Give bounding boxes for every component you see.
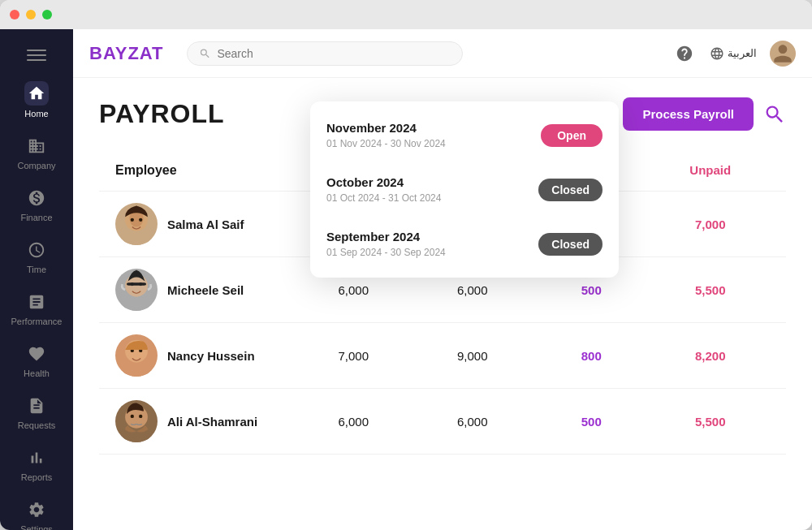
building-icon — [28, 137, 45, 155]
health-icon — [28, 345, 45, 363]
language-selector[interactable]: العربية — [710, 46, 757, 61]
app-header: BAYZAT — [73, 29, 812, 78]
reports-icon — [28, 449, 45, 467]
employee-avatar — [115, 334, 158, 377]
september-dates: 01 Sep 2024 - 30 Sep 2024 — [326, 247, 446, 258]
clock-icon — [28, 241, 45, 259]
performance-icon — [28, 293, 45, 311]
col-unpaid: Unpaid — [651, 163, 771, 178]
cell-highlight: 800 — [532, 349, 651, 363]
cell-highlight: 500 — [532, 415, 651, 429]
help-icon[interactable] — [672, 41, 697, 66]
app-logo: BAYZAT — [89, 43, 164, 64]
employee-cell: Salma Al Saif — [115, 203, 294, 245]
sidebar-item-settings-label: Settings — [20, 524, 53, 530]
home-icon — [28, 84, 45, 102]
sidebar-item-performance-label: Performance — [11, 317, 63, 326]
sidebar-item-home[interactable]: Home — [0, 75, 73, 125]
avatar-svg — [115, 400, 158, 442]
page-search-icon — [763, 103, 786, 126]
svg-point-16 — [131, 415, 134, 418]
employee-cell: Ali Al-Shamrani — [115, 400, 294, 442]
cell-val: 6,000 — [413, 415, 533, 429]
process-payroll-button[interactable]: Process Payroll — [623, 97, 754, 131]
sidebar-item-company[interactable]: Company — [0, 128, 73, 177]
app-window: Home Company Finance — [0, 0, 812, 530]
main-content: BAYZAT — [73, 29, 812, 530]
lang-label: العربية — [728, 47, 757, 59]
maximize-dot[interactable] — [42, 10, 52, 19]
question-icon — [676, 45, 693, 62]
svg-point-14 — [121, 429, 152, 442]
finance-icon-wrap — [25, 187, 48, 209]
sidebar-item-company-label: Company — [17, 161, 55, 170]
table-row[interactable]: Nancy Hussein 7,000 9,000 800 8,200 — [99, 323, 786, 389]
header-right: العربية — [672, 41, 796, 67]
close-dot[interactable] — [10, 10, 19, 19]
sidebar-item-health-label: Health — [24, 368, 50, 378]
payroll-table: November 2024 01 Nov 2024 - 30 Nov 2024 … — [99, 150, 786, 455]
requests-icon-wrap — [25, 394, 48, 417]
cell-val: 9,000 — [413, 349, 533, 363]
settings-icon-wrap — [25, 498, 48, 521]
sidebar-item-time-label: Time — [27, 265, 46, 274]
dropdown-item-november[interactable]: November 2024 01 Nov 2024 - 30 Nov 2024 … — [310, 108, 619, 162]
search-bar[interactable] — [187, 41, 463, 66]
sidebar-item-time[interactable]: Time — [0, 232, 73, 281]
svg-point-10 — [121, 364, 152, 377]
october-dates: 01 Oct 2024 - 31 Oct 2024 — [326, 192, 441, 204]
svg-point-17 — [139, 415, 142, 418]
page-search-button[interactable] — [763, 103, 786, 126]
cell-val: 6,000 — [294, 415, 413, 429]
cell-val: 6,000 — [413, 283, 533, 297]
employee-avatar — [115, 203, 158, 245]
page-title: PAYROLL — [99, 99, 225, 129]
time-icon-wrap — [25, 239, 48, 261]
avatar-svg — [115, 203, 158, 245]
company-icon-wrap — [25, 135, 48, 157]
employee-avatar — [115, 269, 158, 311]
minimize-dot[interactable] — [26, 10, 36, 19]
menu-toggle[interactable] — [0, 39, 73, 71]
sidebar-item-home-label: Home — [24, 109, 48, 118]
cell-unpaid: 5,500 — [651, 415, 771, 429]
cell-val: 7,000 — [294, 349, 413, 363]
avatar-svg — [115, 334, 158, 377]
sidebar-item-finance[interactable]: Finance — [0, 180, 73, 229]
cell-unpaid: 8,200 — [651, 349, 771, 363]
col-employee: Employee — [115, 163, 294, 178]
sidebar-item-reports[interactable]: Reports — [0, 440, 73, 489]
table-row[interactable]: Ali Al-Shamrani 6,000 6,000 500 5,500 — [99, 389, 786, 455]
page-content: PAYROLL Process Payroll — [73, 78, 812, 530]
employee-name: Micheele Seil — [167, 283, 244, 297]
november-period: November 2024 — [326, 121, 446, 135]
september-closed-badge: Closed — [538, 233, 603, 256]
user-avatar[interactable] — [770, 41, 796, 67]
sidebar-item-performance[interactable]: Performance — [0, 284, 73, 333]
svg-point-5 — [121, 295, 152, 311]
sidebar-item-finance-label: Finance — [20, 213, 52, 222]
cell-highlight: 500 — [532, 283, 651, 297]
employee-name: Salma Al Saif — [167, 218, 244, 231]
svg-rect-9 — [127, 282, 146, 285]
sidebar-item-settings[interactable]: Settings — [0, 492, 73, 530]
november-dates: 01 Nov 2024 - 30 Nov 2024 — [326, 138, 446, 149]
sidebar-item-reports-label: Reports — [21, 472, 53, 482]
avatar-icon — [770, 41, 796, 67]
finance-icon — [28, 189, 45, 207]
app-body: Home Company Finance — [0, 29, 812, 530]
employee-cell: Nancy Hussein — [115, 334, 294, 377]
svg-point-0 — [121, 232, 152, 245]
search-input[interactable] — [217, 47, 450, 60]
sidebar-item-requests-label: Requests — [18, 420, 55, 430]
october-closed-badge: Closed — [538, 179, 603, 201]
period-dropdown[interactable]: November 2024 01 Nov 2024 - 30 Nov 2024 … — [310, 101, 619, 278]
sidebar-item-health[interactable]: Health — [0, 336, 73, 385]
dropdown-item-september[interactable]: September 2024 01 Sep 2024 - 30 Sep 2024… — [310, 217, 619, 271]
requests-icon — [28, 397, 45, 415]
avatar-svg — [115, 269, 158, 311]
employee-cell: Micheele Seil — [115, 269, 294, 311]
performance-icon-wrap — [25, 291, 48, 313]
dropdown-item-october[interactable]: October 2024 01 Oct 2024 - 31 Oct 2024 C… — [310, 162, 619, 217]
sidebar-item-requests[interactable]: Requests — [0, 388, 73, 437]
